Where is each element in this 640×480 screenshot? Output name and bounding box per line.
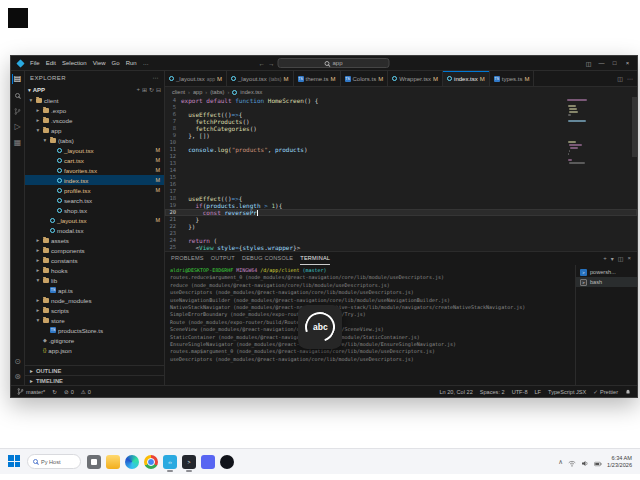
tree-item-tabs[interactable]: ▾(tabs) xyxy=(25,135,164,145)
tree-item-app[interactable]: ▾app xyxy=(25,125,164,135)
manage-icon[interactable]: ⊛ xyxy=(12,372,24,382)
breadcrumb-item[interactable]: index.tsx xyxy=(240,89,262,95)
nav-forward-icon[interactable]: → xyxy=(268,60,275,67)
tab-_layout.tsx[interactable]: _layout.tsx(tabs)M xyxy=(227,71,293,86)
menu-file[interactable]: File xyxy=(27,60,43,66)
tree-item-favorites.tsx[interactable]: favorites.tsxM xyxy=(25,165,164,175)
taskbar-app-task-view[interactable] xyxy=(87,455,101,469)
panel-tab-debug-console[interactable]: DEBUG CONSOLE xyxy=(242,252,293,265)
tree-item-modal.tsx[interactable]: modal.tsx xyxy=(25,225,164,235)
tab-Wrapper.tsx[interactable]: Wrapper.tsxM xyxy=(388,71,443,86)
menu-[interactable]: … xyxy=(140,60,152,66)
layout-button[interactable]: ◫ xyxy=(582,60,595,67)
menu-selection[interactable]: Selection xyxy=(59,60,90,66)
extensions-icon[interactable]: ▦ xyxy=(12,138,24,148)
accounts-icon[interactable]: ⊙ xyxy=(12,357,24,367)
tree-item-hooks[interactable]: ▸hooks xyxy=(25,265,164,275)
new-folder-icon[interactable]: ⊞ xyxy=(142,86,147,93)
tree-item-client[interactable]: ▾client xyxy=(25,95,164,105)
panel-tab-terminal[interactable]: TERMINAL xyxy=(300,252,330,265)
tree-item-index.tsx[interactable]: index.tsxM xyxy=(25,175,164,185)
status-warning[interactable]: ⚠0 xyxy=(81,389,91,395)
tree-item-constants[interactable]: ▸constants xyxy=(25,255,164,265)
minimize-button[interactable]: — xyxy=(595,60,608,67)
new-terminal-icon[interactable]: + xyxy=(603,255,607,262)
status-item-right-3[interactable]: LF xyxy=(535,389,542,395)
touch-keyboard-overlay[interactable]: abc xyxy=(298,305,342,349)
tree-item-.gitignore[interactable]: ◆.gitignore xyxy=(25,335,164,345)
new-file-icon[interactable]: + xyxy=(136,86,140,93)
tab-types.ts[interactable]: TStypes.tsM xyxy=(490,71,535,86)
section-outline[interactable]: ▸OUTLINE xyxy=(25,365,164,375)
terminal-tab-bash[interactable]: >bash xyxy=(576,277,637,287)
tree-item-lib[interactable]: ▾lib xyxy=(25,275,164,285)
tree-item-_layout.tsx[interactable]: _layout.tsxM xyxy=(25,215,164,225)
tree-item-profile.tsx[interactable]: profile.tsxM xyxy=(25,185,164,195)
maximize-button[interactable]: □ xyxy=(608,60,621,67)
terminal[interactable]: aldri@DESKTOP-E8D6RHF MINGW64 /d/app/cli… xyxy=(165,265,575,385)
status-bell[interactable] xyxy=(625,389,631,395)
split-editor-icon[interactable]: ◫ xyxy=(617,75,623,82)
taskbar-app-chrome[interactable] xyxy=(144,455,158,469)
tab-Colors.ts[interactable]: TSColors.tsM xyxy=(341,71,389,86)
code-editor[interactable]: 4export default function HomeScreen() {5… xyxy=(165,97,637,251)
status-item-right-4[interactable]: TypeScript JSX xyxy=(548,389,586,395)
split-terminal-icon[interactable]: ◫ xyxy=(618,255,624,262)
tree-item-.vscode[interactable]: ▸.vscode xyxy=(25,115,164,125)
status-branch[interactable]: master* xyxy=(17,388,45,395)
tray-clock[interactable]: 6:34 AM1/23/2026 xyxy=(607,455,632,469)
command-center-search[interactable]: app xyxy=(278,58,390,68)
chevron-up-icon[interactable]: ∧ xyxy=(558,458,563,466)
editor-scrollbar[interactable] xyxy=(632,97,637,157)
status-item-right-2[interactable]: UTF-8 xyxy=(512,389,528,395)
refresh-icon[interactable]: ↻ xyxy=(149,86,154,93)
status-error[interactable]: ⊘0 xyxy=(64,389,74,395)
close-panel-icon[interactable]: × xyxy=(627,255,631,262)
tree-item-store[interactable]: ▾store xyxy=(25,315,164,325)
run-and-debug-icon[interactable]: ▷ xyxy=(12,122,24,132)
tree-item-scripts[interactable]: ▸scripts xyxy=(25,305,164,315)
taskbar-app-obs[interactable] xyxy=(220,455,234,469)
menu-edit[interactable]: Edit xyxy=(43,60,59,66)
menu-go[interactable]: Go xyxy=(109,60,123,66)
tree-item-_layout.tsx[interactable]: _layout.tsxM xyxy=(25,145,164,155)
taskbar-search[interactable]: Py Host xyxy=(27,454,81,469)
status-sync[interactable]: ↻ xyxy=(52,389,57,395)
sidebar-more-icon[interactable]: ⋯ xyxy=(153,74,159,81)
minimap[interactable] xyxy=(567,99,593,165)
panel-tab-problems[interactable]: PROBLEMS xyxy=(171,252,204,265)
more-actions-icon[interactable]: ⋯ xyxy=(627,75,633,82)
workspace-root-row[interactable]: ▾ APP +⊞↻⊟ xyxy=(25,84,164,95)
battery-icon[interactable] xyxy=(594,453,602,471)
status-check[interactable]: ✓Prettier xyxy=(593,389,618,395)
status-item-right-1[interactable]: Spaces: 2 xyxy=(480,389,505,395)
terminal-tab-powersh[interactable]: >powersh... xyxy=(576,267,637,277)
search-icon[interactable] xyxy=(12,90,24,100)
tree-item-shop.tsx[interactable]: shop.tsx xyxy=(25,205,164,215)
launch-profile-icon[interactable]: ▾ xyxy=(611,255,614,262)
tree-item-search.tsx[interactable]: search.tsx xyxy=(25,195,164,205)
tab-index.tsx[interactable]: index.tsxM xyxy=(443,71,490,86)
source-control-icon[interactable] xyxy=(12,106,24,116)
taskbar-app-edge[interactable] xyxy=(125,455,139,469)
taskbar-app-discord[interactable] xyxy=(201,455,215,469)
taskbar-app-file-explorer[interactable] xyxy=(106,455,120,469)
breadcrumb-item[interactable]: client xyxy=(172,89,185,95)
status-item-right-0[interactable]: Ln 20, Col 22 xyxy=(439,389,472,395)
tab-theme.ts[interactable]: TStheme.tsM xyxy=(294,71,341,86)
volume-icon[interactable] xyxy=(581,453,589,471)
breadcrumb-item[interactable]: app xyxy=(193,89,202,95)
section-timeline[interactable]: ▸TIMELINE xyxy=(25,375,164,385)
tree-item-api.ts[interactable]: TSapi.ts xyxy=(25,285,164,295)
wifi-icon[interactable] xyxy=(568,453,576,471)
explorer-icon[interactable]: ▤ xyxy=(12,74,24,84)
start-button[interactable] xyxy=(8,455,21,468)
tree-item-node_modules[interactable]: ▸node_modules xyxy=(25,295,164,305)
tree-item-productsStore.ts[interactable]: TSproductsStore.ts xyxy=(25,325,164,335)
tree-item-cart.tsx[interactable]: cart.tsxM xyxy=(25,155,164,165)
tab-_layout.tsx[interactable]: _layout.tsxappM xyxy=(165,71,227,86)
tree-item-.expo[interactable]: ▸.expo xyxy=(25,105,164,115)
breadcrumb-item[interactable]: (tabs) xyxy=(210,89,224,95)
panel-tab-output[interactable]: OUTPUT xyxy=(211,252,235,265)
tree-item-components[interactable]: ▸components xyxy=(25,245,164,255)
